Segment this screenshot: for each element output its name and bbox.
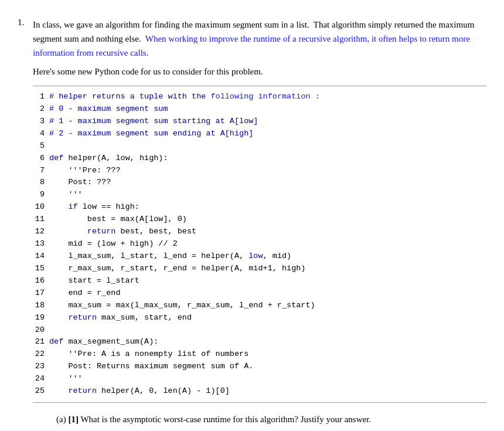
code-text-17: end = r_end [49,287,121,300]
line-num-11: 11 [33,213,49,226]
code-line-9: 9 ''' [33,189,486,201]
line-num-2: 2 [33,103,49,116]
code-text-24: ''' [49,373,83,385]
question-a: (a) [1] What is the asymptotic worst-cas… [56,412,486,426]
line-num-21: 21 [33,336,49,348]
code-text-15: r_max_sum, r_start, r_end = helper(A, mi… [49,263,305,275]
code-line-25: 25 return helper(A, 0, len(A) - 1)[0] [33,385,486,398]
line-num-16: 16 [33,275,49,287]
code-text-8: Post: ??? [49,177,111,189]
code-line-11: 11 best = max(A[low], 0) [33,213,486,226]
code-text-1: # helper returns a tuple with the follow… [49,91,320,103]
problem-container: 1. In class, we gave an algorithm for fi… [18,12,486,431]
problem-body: In class, we gave an algorithm for findi… [33,18,486,431]
code-text-6: def helper(A, low, high): [49,152,168,165]
code-line-18: 18 max_sum = max(l_max_sum, r_max_sum, l… [33,300,486,312]
line-num-5: 5 [33,140,49,152]
line-num-7: 7 [33,165,49,177]
line-num-3: 3 [33,116,49,128]
intro-highlight-1: When working to improve the runtime of a… [33,34,470,57]
code-text-25: return helper(A, 0, len(A) - 1)[0] [49,385,230,398]
question-a-label: (a) [1] What is the asymptotic worst-cas… [56,415,371,424]
line-num-6: 6 [33,152,49,165]
line-num-15: 15 [33,263,49,275]
code-line-20: 20 [33,324,486,337]
code-text-7: '''Pre: ??? [49,165,121,177]
code-line-7: 7 '''Pre: ??? [33,165,486,177]
code-text-12: return best, best, best [49,226,196,238]
code-line-13: 13 mid = (low + high) // 2 [33,238,486,250]
code-text-11: best = max(A[low], 0) [49,213,187,226]
code-line-2: 2 # 0 - maximum segment sum [33,103,486,116]
problem-number: 1. In class, we gave an algorithm for fi… [18,18,486,431]
line-num-1: 1 [33,91,49,103]
intro-paragraph-1: In class, we gave an algorithm for findi… [33,18,486,60]
code-text-2: # 0 - maximum segment sum [49,103,168,116]
code-text-22: ''Pre: A is a nonempty list of numbers [49,348,248,361]
code-text-4: # 2 - maximum segment sum ending at A[hi… [49,128,253,140]
code-text-14: l_max_sum, l_start, l_end = helper(A, lo… [49,250,291,263]
code-line-10: 10 if low == high: [33,201,486,213]
code-text-21: def max_segment_sum(A): [49,336,158,348]
code-text-18: max_sum = max(l_max_sum, r_max_sum, l_en… [49,300,315,312]
code-line-5: 5 [33,140,486,152]
code-text-10: if low == high: [49,201,139,213]
code-text-19: return max_sum, start, end [49,312,192,324]
line-num-12: 12 [33,226,49,238]
code-text-16: start = l_start [49,275,139,287]
line-num-23: 23 [33,361,49,373]
code-line-1: 1 # helper returns a tuple with the foll… [33,91,486,103]
line-num-19: 19 [33,312,49,324]
code-line-23: 23 Post: Returns maximum segment sum of … [33,361,486,373]
code-line-21: 21 def max_segment_sum(A): [33,336,486,348]
line-num-22: 22 [33,348,49,361]
code-text-13: mid = (low + high) // 2 [49,238,178,250]
line-num-18: 18 [33,300,49,312]
code-line-14: 14 l_max_sum, l_start, l_end = helper(A,… [33,250,486,263]
code-block: 1 # helper returns a tuple with the foll… [33,86,486,403]
line-num-14: 14 [33,250,49,263]
problem-intro: In class, we gave an algorithm for findi… [33,18,486,79]
code-line-8: 8 Post: ??? [33,177,486,189]
line-num-4: 4 [33,128,49,140]
problem-number-label: 1. [18,18,29,28]
code-line-15: 15 r_max_sum, r_start, r_end = helper(A,… [33,263,486,275]
code-line-19: 19 return max_sum, start, end [33,312,486,324]
code-line-6: 6 def helper(A, low, high): [33,152,486,165]
line-num-9: 9 [33,189,49,201]
line-num-8: 8 [33,177,49,189]
code-line-24: 24 ''' [33,373,486,385]
code-text-9: ''' [49,189,83,201]
questions: (a) [1] What is the asymptotic worst-cas… [33,412,486,431]
line-num-10: 10 [33,201,49,213]
code-line-17: 17 end = r_end [33,287,486,300]
code-line-3: 3 # 1 - maximum segment sum starting at … [33,116,486,128]
line-num-20: 20 [33,324,49,337]
question-a-points: [1] [68,415,79,424]
line-num-13: 13 [33,238,49,250]
code-line-22: 22 ''Pre: A is a nonempty list of number… [33,348,486,361]
line-num-17: 17 [33,287,49,300]
line-num-24: 24 [33,373,49,385]
code-line-12: 12 return best, best, best [33,226,486,238]
code-text-23: Post: Returns maximum segment sum of A. [49,361,253,373]
code-text-3: # 1 - maximum segment sum starting at A[… [49,116,258,128]
intro-paragraph-2: Here's some new Python code for us to co… [33,65,486,79]
line-num-25: 25 [33,385,49,398]
code-line-16: 16 start = l_start [33,275,486,287]
code-line-4: 4 # 2 - maximum segment sum ending at A[… [33,128,486,140]
